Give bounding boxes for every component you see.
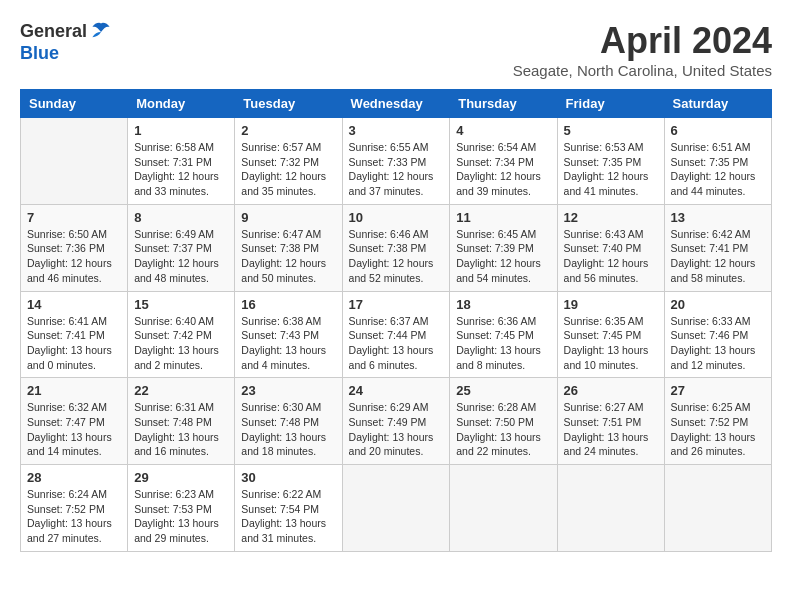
calendar-cell: 14Sunrise: 6:41 AM Sunset: 7:41 PM Dayli…: [21, 291, 128, 378]
day-number: 14: [27, 297, 121, 312]
day-info: Sunrise: 6:45 AM Sunset: 7:39 PM Dayligh…: [456, 227, 550, 286]
day-info: Sunrise: 6:31 AM Sunset: 7:48 PM Dayligh…: [134, 400, 228, 459]
day-number: 4: [456, 123, 550, 138]
calendar-cell: 7Sunrise: 6:50 AM Sunset: 7:36 PM Daylig…: [21, 204, 128, 291]
day-info: Sunrise: 6:33 AM Sunset: 7:46 PM Dayligh…: [671, 314, 765, 373]
calendar-cell: 21Sunrise: 6:32 AM Sunset: 7:47 PM Dayli…: [21, 378, 128, 465]
calendar-cell: 20Sunrise: 6:33 AM Sunset: 7:46 PM Dayli…: [664, 291, 771, 378]
calendar-cell: 22Sunrise: 6:31 AM Sunset: 7:48 PM Dayli…: [128, 378, 235, 465]
calendar-cell: 3Sunrise: 6:55 AM Sunset: 7:33 PM Daylig…: [342, 118, 450, 205]
day-number: 30: [241, 470, 335, 485]
calendar-cell: [557, 465, 664, 552]
calendar-cell: [21, 118, 128, 205]
day-number: 27: [671, 383, 765, 398]
day-info: Sunrise: 6:47 AM Sunset: 7:38 PM Dayligh…: [241, 227, 335, 286]
day-info: Sunrise: 6:46 AM Sunset: 7:38 PM Dayligh…: [349, 227, 444, 286]
calendar-cell: 8Sunrise: 6:49 AM Sunset: 7:37 PM Daylig…: [128, 204, 235, 291]
day-info: Sunrise: 6:36 AM Sunset: 7:45 PM Dayligh…: [456, 314, 550, 373]
calendar-cell: 10Sunrise: 6:46 AM Sunset: 7:38 PM Dayli…: [342, 204, 450, 291]
calendar-cell: 15Sunrise: 6:40 AM Sunset: 7:42 PM Dayli…: [128, 291, 235, 378]
day-number: 13: [671, 210, 765, 225]
day-number: 11: [456, 210, 550, 225]
day-number: 16: [241, 297, 335, 312]
day-info: Sunrise: 6:57 AM Sunset: 7:32 PM Dayligh…: [241, 140, 335, 199]
day-info: Sunrise: 6:42 AM Sunset: 7:41 PM Dayligh…: [671, 227, 765, 286]
day-info: Sunrise: 6:49 AM Sunset: 7:37 PM Dayligh…: [134, 227, 228, 286]
calendar-cell: 16Sunrise: 6:38 AM Sunset: 7:43 PM Dayli…: [235, 291, 342, 378]
day-info: Sunrise: 6:41 AM Sunset: 7:41 PM Dayligh…: [27, 314, 121, 373]
calendar-cell: 26Sunrise: 6:27 AM Sunset: 7:51 PM Dayli…: [557, 378, 664, 465]
day-number: 6: [671, 123, 765, 138]
day-number: 2: [241, 123, 335, 138]
calendar-header-row: SundayMondayTuesdayWednesdayThursdayFrid…: [21, 90, 772, 118]
day-number: 22: [134, 383, 228, 398]
day-number: 18: [456, 297, 550, 312]
calendar-table: SundayMondayTuesdayWednesdayThursdayFrid…: [20, 89, 772, 552]
day-info: Sunrise: 6:50 AM Sunset: 7:36 PM Dayligh…: [27, 227, 121, 286]
calendar-header-monday: Monday: [128, 90, 235, 118]
calendar-header-saturday: Saturday: [664, 90, 771, 118]
day-number: 9: [241, 210, 335, 225]
day-info: Sunrise: 6:35 AM Sunset: 7:45 PM Dayligh…: [564, 314, 658, 373]
calendar-cell: 2Sunrise: 6:57 AM Sunset: 7:32 PM Daylig…: [235, 118, 342, 205]
day-info: Sunrise: 6:58 AM Sunset: 7:31 PM Dayligh…: [134, 140, 228, 199]
day-info: Sunrise: 6:27 AM Sunset: 7:51 PM Dayligh…: [564, 400, 658, 459]
calendar-cell: 12Sunrise: 6:43 AM Sunset: 7:40 PM Dayli…: [557, 204, 664, 291]
month-title: April 2024: [513, 20, 772, 62]
day-info: Sunrise: 6:22 AM Sunset: 7:54 PM Dayligh…: [241, 487, 335, 546]
calendar-header-tuesday: Tuesday: [235, 90, 342, 118]
day-number: 21: [27, 383, 121, 398]
location-text: Seagate, North Carolina, United States: [513, 62, 772, 79]
day-number: 15: [134, 297, 228, 312]
calendar-cell: 24Sunrise: 6:29 AM Sunset: 7:49 PM Dayli…: [342, 378, 450, 465]
logo-general-text: General: [20, 22, 87, 42]
page-header: General Blue April 2024 Seagate, North C…: [20, 20, 772, 79]
calendar-header-wednesday: Wednesday: [342, 90, 450, 118]
calendar-cell: 25Sunrise: 6:28 AM Sunset: 7:50 PM Dayli…: [450, 378, 557, 465]
calendar-header-sunday: Sunday: [21, 90, 128, 118]
calendar-cell: 9Sunrise: 6:47 AM Sunset: 7:38 PM Daylig…: [235, 204, 342, 291]
logo-blue-text: Blue: [20, 44, 113, 64]
title-section: April 2024 Seagate, North Carolina, Unit…: [513, 20, 772, 79]
logo-bird-icon: [89, 20, 113, 44]
calendar-week-row: 7Sunrise: 6:50 AM Sunset: 7:36 PM Daylig…: [21, 204, 772, 291]
calendar-cell: 19Sunrise: 6:35 AM Sunset: 7:45 PM Dayli…: [557, 291, 664, 378]
day-info: Sunrise: 6:30 AM Sunset: 7:48 PM Dayligh…: [241, 400, 335, 459]
day-number: 17: [349, 297, 444, 312]
day-number: 1: [134, 123, 228, 138]
day-info: Sunrise: 6:40 AM Sunset: 7:42 PM Dayligh…: [134, 314, 228, 373]
calendar-cell: 17Sunrise: 6:37 AM Sunset: 7:44 PM Dayli…: [342, 291, 450, 378]
day-info: Sunrise: 6:38 AM Sunset: 7:43 PM Dayligh…: [241, 314, 335, 373]
day-info: Sunrise: 6:53 AM Sunset: 7:35 PM Dayligh…: [564, 140, 658, 199]
calendar-cell: 13Sunrise: 6:42 AM Sunset: 7:41 PM Dayli…: [664, 204, 771, 291]
day-number: 29: [134, 470, 228, 485]
day-info: Sunrise: 6:23 AM Sunset: 7:53 PM Dayligh…: [134, 487, 228, 546]
calendar-week-row: 28Sunrise: 6:24 AM Sunset: 7:52 PM Dayli…: [21, 465, 772, 552]
calendar-cell: 11Sunrise: 6:45 AM Sunset: 7:39 PM Dayli…: [450, 204, 557, 291]
day-info: Sunrise: 6:28 AM Sunset: 7:50 PM Dayligh…: [456, 400, 550, 459]
calendar-cell: [664, 465, 771, 552]
day-number: 5: [564, 123, 658, 138]
calendar-cell: 6Sunrise: 6:51 AM Sunset: 7:35 PM Daylig…: [664, 118, 771, 205]
day-info: Sunrise: 6:37 AM Sunset: 7:44 PM Dayligh…: [349, 314, 444, 373]
day-info: Sunrise: 6:55 AM Sunset: 7:33 PM Dayligh…: [349, 140, 444, 199]
calendar-header-friday: Friday: [557, 90, 664, 118]
day-number: 28: [27, 470, 121, 485]
day-number: 10: [349, 210, 444, 225]
day-number: 7: [27, 210, 121, 225]
calendar-cell: 5Sunrise: 6:53 AM Sunset: 7:35 PM Daylig…: [557, 118, 664, 205]
logo: General Blue: [20, 20, 113, 64]
day-number: 24: [349, 383, 444, 398]
calendar-cell: [342, 465, 450, 552]
day-number: 19: [564, 297, 658, 312]
day-number: 23: [241, 383, 335, 398]
day-number: 25: [456, 383, 550, 398]
calendar-cell: 29Sunrise: 6:23 AM Sunset: 7:53 PM Dayli…: [128, 465, 235, 552]
day-info: Sunrise: 6:43 AM Sunset: 7:40 PM Dayligh…: [564, 227, 658, 286]
day-number: 12: [564, 210, 658, 225]
calendar-cell: 23Sunrise: 6:30 AM Sunset: 7:48 PM Dayli…: [235, 378, 342, 465]
day-number: 3: [349, 123, 444, 138]
day-info: Sunrise: 6:51 AM Sunset: 7:35 PM Dayligh…: [671, 140, 765, 199]
calendar-cell: 18Sunrise: 6:36 AM Sunset: 7:45 PM Dayli…: [450, 291, 557, 378]
day-info: Sunrise: 6:32 AM Sunset: 7:47 PM Dayligh…: [27, 400, 121, 459]
